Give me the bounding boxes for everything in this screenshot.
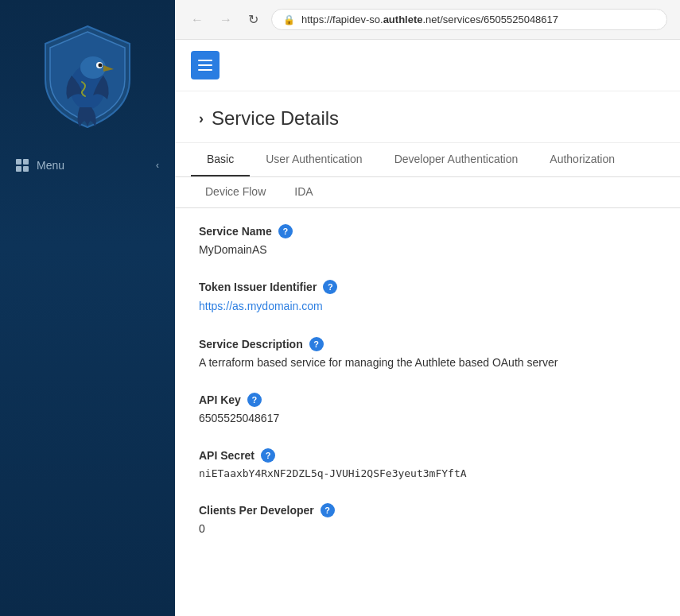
value-service-desc: A terraform based service for managing t… bbox=[199, 356, 656, 369]
browser-bar: ← → ↻ 🔒 https://fapidev-so.authlete.net/… bbox=[175, 0, 680, 40]
field-service-desc: Service Description ? A terraform based … bbox=[199, 337, 656, 369]
field-token-issuer: Token Issuer Identifier ? https://as.myd… bbox=[199, 280, 656, 313]
page-title: Service Details bbox=[212, 107, 339, 130]
main-content: ← → ↻ 🔒 https://fapidev-so.authlete.net/… bbox=[175, 0, 680, 616]
label-clients-per-dev: Clients Per Developer bbox=[199, 504, 314, 517]
value-api-key: 6505525048617 bbox=[199, 412, 656, 424]
page-header: › Service Details bbox=[175, 91, 680, 143]
tab-user-auth[interactable]: User Authentication bbox=[250, 143, 378, 176]
tab-basic[interactable]: Basic bbox=[191, 143, 250, 176]
main-tabs: Basic User Authentication Developer Auth… bbox=[175, 143, 680, 177]
form-content: Service Name ? MyDomainAS Token Issuer I… bbox=[175, 208, 680, 575]
value-clients-per-dev: 0 bbox=[199, 522, 656, 535]
help-service-name[interactable]: ? bbox=[278, 224, 293, 238]
field-service-name: Service Name ? MyDomainAS bbox=[199, 224, 656, 256]
field-clients-per-dev: Clients Per Developer ? 0 bbox=[199, 503, 656, 535]
breadcrumb-chevron: › bbox=[199, 110, 204, 127]
label-api-secret: API Secret bbox=[199, 449, 255, 462]
hamburger-button[interactable] bbox=[191, 51, 220, 79]
label-api-key: API Key bbox=[199, 393, 241, 406]
logo bbox=[32, 16, 143, 135]
value-api-secret: niETaaxbY4RxNF2DZL5q-JVUHi2QSFe3yeut3mFY… bbox=[199, 467, 656, 479]
sidebar: Menu ‹ bbox=[0, 0, 175, 616]
content-area: › Service Details Basic User Authenticat… bbox=[175, 40, 680, 616]
tab-dev-auth[interactable]: Developer Authentication bbox=[379, 143, 534, 176]
help-clients-per-dev[interactable]: ? bbox=[321, 503, 335, 517]
grid-icon bbox=[16, 159, 29, 172]
value-service-name: MyDomainAS bbox=[199, 243, 656, 256]
value-token-issuer[interactable]: https://as.mydomain.com bbox=[199, 300, 323, 312]
menu-label: Menu bbox=[37, 159, 64, 172]
help-api-key[interactable]: ? bbox=[247, 393, 262, 407]
field-api-secret: API Secret ? niETaaxbY4RxNF2DZL5q-JVUHi2… bbox=[199, 448, 656, 479]
forward-button[interactable]: → bbox=[216, 10, 235, 30]
chevron-icon: ‹ bbox=[156, 160, 159, 171]
url-text: https://fapidev-so.authlete.net/services… bbox=[301, 14, 558, 25]
help-service-desc[interactable]: ? bbox=[309, 337, 324, 351]
lock-icon: 🔒 bbox=[283, 14, 295, 25]
label-service-desc: Service Description bbox=[199, 338, 303, 351]
sub-tabs: Device Flow IDA bbox=[175, 177, 680, 208]
svg-point-3 bbox=[99, 64, 103, 68]
field-api-key: API Key ? 6505525048617 bbox=[199, 393, 656, 424]
label-token-issuer: Token Issuer Identifier bbox=[199, 281, 317, 293]
address-bar: 🔒 https://fapidev-so.authlete.net/servic… bbox=[271, 9, 667, 30]
menu-bar bbox=[175, 40, 680, 91]
help-token-issuer[interactable]: ? bbox=[323, 280, 337, 294]
label-service-name: Service Name bbox=[199, 225, 272, 238]
menu-item[interactable]: Menu ‹ bbox=[0, 151, 175, 180]
help-api-secret[interactable]: ? bbox=[261, 448, 275, 463]
subtab-ida[interactable]: IDA bbox=[280, 177, 327, 207]
svg-point-1 bbox=[80, 56, 106, 79]
subtab-device-flow[interactable]: Device Flow bbox=[191, 177, 280, 207]
refresh-button[interactable]: ↻ bbox=[245, 9, 262, 30]
back-button[interactable]: ← bbox=[188, 10, 207, 30]
tab-authorization[interactable]: Authorization bbox=[534, 143, 631, 176]
